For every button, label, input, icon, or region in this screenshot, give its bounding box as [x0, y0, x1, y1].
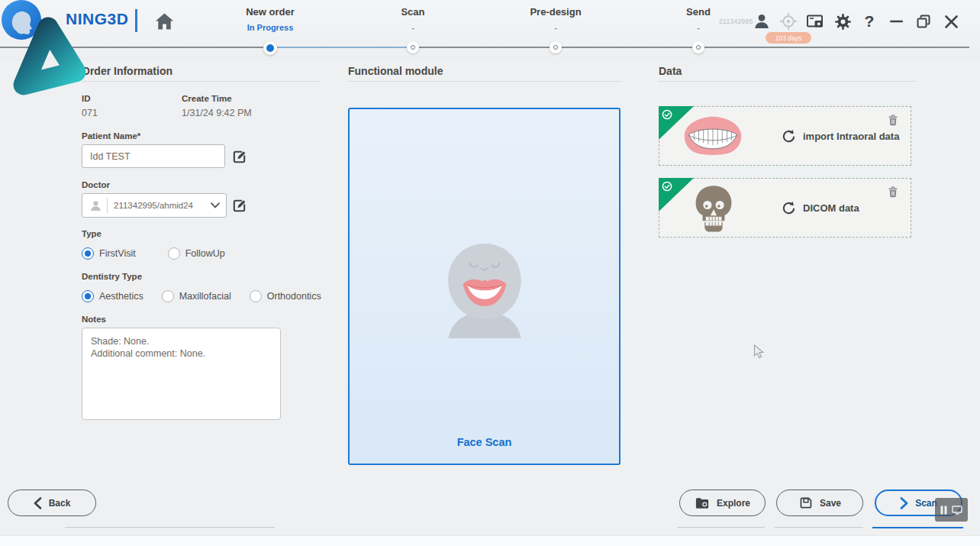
stepper-track-active [276, 47, 410, 48]
footer-divider-active [872, 527, 963, 528]
dicom-data-card[interactable]: DICOM data [659, 178, 911, 237]
intraoral-data-card[interactable]: import Intraoral data [659, 106, 911, 166]
face-scan-card[interactable]: Face Scan [348, 108, 621, 465]
create-time-value: 1/31/24 9:42 PM [182, 108, 252, 118]
functional-module-title: Functional module [348, 65, 443, 77]
trash-icon [886, 113, 900, 128]
doctor-value: 211342995/ahmid24 [114, 201, 193, 210]
radio-aesthetics[interactable] [82, 290, 94, 302]
restore-icon [915, 13, 932, 30]
calibration-button[interactable] [777, 10, 800, 33]
close-button[interactable] [940, 10, 962, 33]
calibration-days-badge: 103 days [766, 32, 811, 44]
gear-icon [833, 12, 853, 31]
radio-follow-up[interactable] [168, 247, 180, 260]
recorder-overlay[interactable] [935, 498, 968, 522]
account-button[interactable] [750, 10, 773, 33]
step-new-order: New order In Progress [217, 6, 324, 32]
save-icon [798, 496, 813, 510]
data-divider [659, 81, 916, 82]
edit-icon [231, 149, 247, 165]
fullscreen-icon [952, 506, 962, 515]
stepper-dot-send[interactable] [692, 41, 704, 53]
edit-icon [231, 198, 247, 214]
refresh-icon [780, 200, 796, 216]
data-title: Data [659, 65, 682, 77]
edit-patient-button[interactable] [231, 149, 248, 166]
card-action: import Intraoral data [780, 107, 899, 165]
face-scan-label: Face Scan [350, 436, 619, 448]
brand-text: NING3D [66, 10, 128, 28]
radio-label: Orthodontics [267, 291, 321, 302]
doctor-select[interactable]: 211342995/ahmid24 [82, 193, 227, 218]
footer-divider [677, 527, 765, 528]
screenshot-button[interactable] [804, 10, 827, 33]
save-button[interactable]: Save [776, 489, 863, 516]
doctor-user-icon [89, 199, 102, 212]
minimize-button[interactable] [885, 10, 908, 33]
help-button[interactable]: ? [858, 10, 881, 33]
save-label: Save [820, 498, 841, 509]
delete-dicom-button[interactable] [886, 185, 901, 200]
delete-intraoral-button[interactable] [886, 113, 901, 128]
step-scan: Scan - [359, 6, 466, 32]
card-action: DICOM data [780, 179, 859, 237]
functional-module-divider [348, 81, 621, 82]
chevron-left-icon [34, 497, 42, 509]
select-divider [107, 198, 108, 213]
doctor-label: Doctor [82, 180, 110, 189]
skull-image [693, 184, 734, 233]
step-pre-design: Pre-design - [502, 6, 609, 32]
step-status: - [502, 23, 609, 32]
close-icon [944, 15, 959, 29]
chevron-down-icon [211, 202, 220, 208]
teeth-image [679, 115, 746, 159]
id-label: ID [82, 94, 91, 103]
id-value: 071 [82, 108, 98, 118]
step-label: New order [217, 6, 324, 18]
restore-button[interactable] [912, 10, 935, 33]
pause-icon [940, 506, 947, 515]
notes-textarea[interactable]: Shade: None. Additional comment: None. [82, 328, 281, 420]
footer-divider [775, 527, 863, 528]
order-info-title: Order Information [82, 65, 172, 77]
stepper-dot-scan[interactable] [407, 41, 419, 53]
user-icon [753, 12, 771, 31]
stepper-track [0, 47, 969, 48]
face-scan-graphic [434, 237, 535, 338]
user-id-text: 211342995 [719, 18, 753, 25]
radio-orthodontics[interactable] [250, 290, 262, 302]
dentistry-type-label: Dentistry Type [82, 272, 142, 281]
refresh-icon [780, 128, 796, 144]
calibration-target-icon [779, 11, 798, 31]
order-info-divider [82, 81, 321, 82]
back-button[interactable]: Back [8, 489, 96, 516]
data-card-label: import Intraoral data [803, 131, 899, 142]
home-icon [154, 11, 175, 31]
back-label: Back [49, 498, 71, 509]
bottom-band [0, 535, 980, 546]
stepper-dot-pre-design[interactable] [550, 41, 562, 53]
screenshot-icon [805, 12, 825, 31]
footer-divider [65, 527, 275, 528]
type-label: Type [82, 229, 102, 238]
status-ribbon [659, 178, 694, 212]
radio-label: Maxillofacial [179, 291, 231, 302]
brand-divider [135, 9, 137, 32]
help-icon: ? [865, 12, 875, 31]
stepper-dot-new-order[interactable] [263, 41, 277, 55]
explore-label: Explore [717, 498, 750, 509]
home-button[interactable] [152, 9, 176, 34]
dentistry-radio-group: Aesthetics Maxillofacial Orthodontics [82, 290, 340, 302]
settings-button[interactable] [831, 10, 854, 33]
edit-doctor-button[interactable] [231, 198, 248, 215]
explore-button[interactable]: Explore [679, 489, 766, 516]
top-bar: NING3D New order In Progress Scan - Pre-… [0, 0, 980, 60]
chevron-right-icon [900, 497, 908, 509]
patient-name-label: Patient Name* [82, 131, 140, 141]
patient-name-input[interactable] [82, 144, 225, 168]
radio-maxillofacial[interactable] [162, 290, 174, 302]
step-label: Pre-design [502, 6, 609, 18]
data-card-label: DICOM data [803, 202, 859, 214]
radio-first-visit[interactable] [82, 247, 94, 260]
